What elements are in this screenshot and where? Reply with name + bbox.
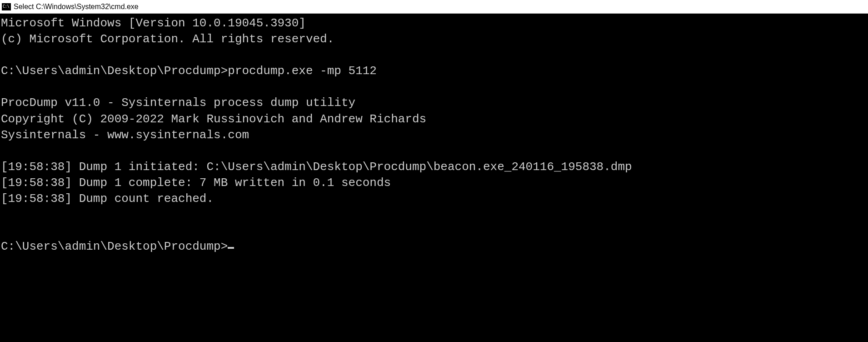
window-titlebar[interactable]: Select C:\Windows\System32\cmd.exe [0,0,868,14]
procdump-copyright-line: Copyright (C) 2009-2022 Mark Russinovich… [1,112,426,126]
sysinternals-url-line: Sysinternals - www.sysinternals.com [1,128,249,142]
current-prompt: C:\Users\admin\Desktop\Procdump> [1,240,228,253]
terminal-output[interactable]: Microsoft Windows [Version 10.0.19045.39… [0,14,868,256]
dump-count-line: [19:58:38] Dump count reached. [1,192,214,206]
copyright-line: (c) Microsoft Corporation. All rights re… [1,32,334,46]
dump-initiated-line: [19:58:38] Dump 1 initiated: C:\Users\ad… [1,160,632,174]
procdump-title-line: ProcDump v11.0 - Sysinternals process du… [1,96,355,110]
dump-complete-line: [19:58:38] Dump 1 complete: 7 MB written… [1,176,391,190]
cursor [228,247,234,249]
version-line: Microsoft Windows [Version 10.0.19045.39… [1,16,306,30]
command-prompt-line: C:\Users\admin\Desktop\Procdump>procdump… [1,64,377,78]
cmd-icon [2,3,11,10]
window-title: Select C:\Windows\System32\cmd.exe [14,3,139,11]
